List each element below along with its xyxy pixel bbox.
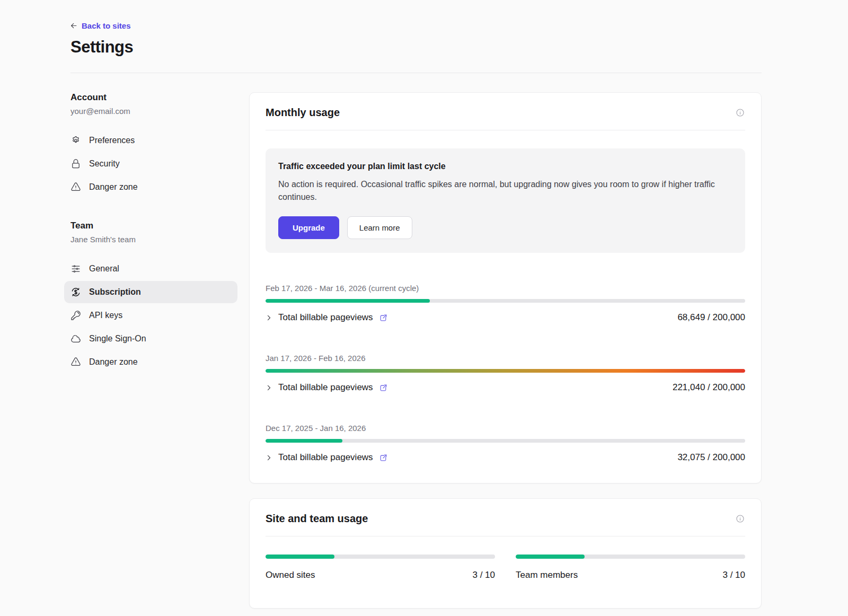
sidebar-item-label: Preferences: [89, 136, 135, 145]
site-team-usage-info-button[interactable]: [735, 514, 745, 524]
sidebar-item-single-sign-on[interactable]: Single Sign-On: [64, 328, 237, 350]
sidebar-item-label: Danger zone: [89, 357, 138, 367]
cycle-period: Feb 17, 2026 - Mar 16, 2026 (current cyc…: [266, 284, 745, 293]
sidebar-item-label: API keys: [89, 311, 122, 320]
usage-meter-fill: [516, 555, 585, 559]
usage-value: 32,075 / 200,000: [677, 452, 745, 463]
meter-label: Team members: [516, 570, 578, 580]
upgrade-button[interactable]: Upgrade: [278, 216, 339, 239]
account-heading: Account: [70, 92, 233, 103]
settings-page: Back to sites Settings Account your@emai…: [0, 0, 848, 609]
gear-icon: [70, 135, 81, 146]
site-team-usage-card: Site and team usage Owned sites 3 / 10: [249, 498, 762, 609]
external-link-icon[interactable]: [379, 453, 388, 462]
usage-meter-track: [266, 555, 495, 559]
key-icon: [70, 310, 81, 321]
back-link-label: Back to sites: [82, 21, 131, 30]
billing-cycle-current: Feb 17, 2026 - Mar 16, 2026 (current cyc…: [266, 284, 745, 323]
sidebar-item-label: General: [89, 264, 119, 274]
usage-meter-fill: [266, 555, 334, 559]
external-link-icon[interactable]: [379, 313, 388, 322]
team-name: Jane Smith's team: [70, 235, 233, 244]
sidebar-item-label: Single Sign-On: [89, 334, 146, 344]
meter-value: 3 / 10: [722, 570, 745, 580]
usage-meter-track: [516, 555, 745, 559]
metric-label: Total billable pageviews: [278, 312, 373, 323]
total-billable-pageviews-toggle[interactable]: Total billable pageviews: [266, 452, 388, 463]
usage-meter-fill-over-limit: [266, 369, 745, 373]
team-section: Team Jane Smith's team General Subscript…: [70, 221, 233, 373]
monthly-usage-info-button[interactable]: [735, 108, 745, 118]
sidebar-item-label: Subscription: [89, 287, 141, 297]
info-circle-icon: [735, 514, 745, 524]
cycle-period: Dec 17, 2025 - Jan 16, 2026: [266, 424, 745, 433]
sidebar-item-label: Security: [89, 159, 120, 169]
chevron-right-icon: [266, 454, 272, 461]
page-title: Settings: [70, 38, 762, 57]
warning-triangle-icon: [70, 182, 81, 192]
notice-title: Traffic exceeded your plan limit last cy…: [278, 162, 732, 171]
sidebar-item-danger-zone-team[interactable]: Danger zone: [64, 351, 237, 373]
sidebar-item-preferences[interactable]: Preferences: [64, 129, 237, 152]
account-nav: Preferences Security Danger zone: [64, 129, 237, 198]
sliders-icon: [70, 263, 81, 274]
team-heading: Team: [70, 221, 233, 231]
metric-label: Total billable pageviews: [278, 452, 373, 463]
subscription-refresh-dollar-icon: [70, 287, 81, 297]
card-divider: [266, 130, 745, 130]
sidebar-item-label: Danger zone: [89, 182, 138, 192]
owned-sites-meter: Owned sites 3 / 10: [266, 555, 495, 580]
team-members-meter: Team members 3 / 10: [516, 555, 745, 580]
team-nav: General Subscription API keys Single Sig…: [64, 258, 237, 373]
chevron-right-icon: [266, 314, 272, 321]
billing-cycle-previous: Jan 17, 2026 - Feb 16, 2026 Total billab…: [266, 354, 745, 393]
card-divider: [266, 536, 745, 536]
site-team-usage-title: Site and team usage: [266, 513, 368, 525]
back-to-sites-link[interactable]: Back to sites: [70, 21, 131, 30]
monthly-usage-title: Monthly usage: [266, 107, 340, 119]
header-divider: [70, 73, 762, 73]
billing-cycle-older: Dec 17, 2025 - Jan 16, 2026 Total billab…: [266, 424, 745, 463]
cloud-icon: [70, 333, 81, 344]
settings-main: Monthly usage Traffic exceeded your plan…: [249, 92, 762, 609]
usage-meter-track: [266, 369, 745, 373]
traffic-exceeded-notice: Traffic exceeded your plan limit last cy…: [266, 148, 745, 253]
monthly-usage-card: Monthly usage Traffic exceeded your plan…: [249, 92, 762, 483]
usage-meter-track: [266, 439, 745, 443]
learn-more-button[interactable]: Learn more: [347, 216, 412, 239]
warning-triangle-icon: [70, 357, 81, 367]
total-billable-pageviews-toggle[interactable]: Total billable pageviews: [266, 382, 388, 393]
info-circle-icon: [735, 108, 745, 118]
usage-meter-track: [266, 299, 745, 303]
sidebar-item-danger-zone-account[interactable]: Danger zone: [64, 176, 237, 198]
cycle-period: Jan 17, 2026 - Feb 16, 2026: [266, 354, 745, 363]
external-link-icon[interactable]: [379, 383, 388, 392]
sidebar-item-general[interactable]: General: [64, 258, 237, 280]
chevron-right-icon: [266, 384, 272, 391]
meter-label: Owned sites: [266, 570, 315, 580]
total-billable-pageviews-toggle[interactable]: Total billable pageviews: [266, 312, 388, 323]
notice-body: No action is required. Occasional traffi…: [278, 178, 732, 204]
account-section: Account your@email.com Preferences Secur…: [70, 92, 233, 198]
settings-sidebar: Account your@email.com Preferences Secur…: [70, 92, 233, 373]
sidebar-item-api-keys[interactable]: API keys: [64, 304, 237, 327]
metric-label: Total billable pageviews: [278, 382, 373, 393]
sidebar-item-subscription[interactable]: Subscription: [64, 281, 237, 303]
usage-meter-fill: [266, 439, 342, 443]
usage-value: 221,040 / 200,000: [673, 382, 745, 393]
sidebar-item-security[interactable]: Security: [64, 153, 237, 175]
meter-value: 3 / 10: [472, 570, 495, 580]
usage-meter-fill: [266, 299, 430, 303]
account-email: your@email.com: [70, 107, 233, 116]
lock-icon: [70, 159, 81, 169]
usage-value: 68,649 / 200,000: [677, 312, 745, 323]
arrow-left-icon: [70, 22, 77, 29]
